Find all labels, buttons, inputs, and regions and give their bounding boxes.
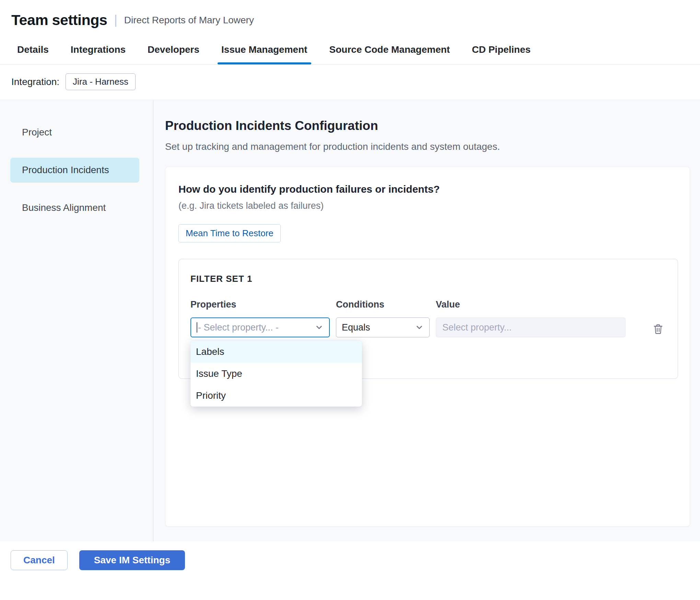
properties-column: Properties - Select property... - xyxy=(190,299,330,337)
properties-column-header: Properties xyxy=(190,299,330,310)
save-im-settings-button[interactable]: Save IM Settings xyxy=(79,550,185,570)
dropdown-option-priority[interactable]: Priority xyxy=(190,385,362,407)
incidents-config-card: How do you identify production failures … xyxy=(165,167,690,527)
tab-bar: Details Integrations Developers Issue Ma… xyxy=(0,39,700,64)
text-cursor xyxy=(197,322,197,333)
value-column-header: Value xyxy=(436,299,626,310)
dropdown-option-labels[interactable]: Labels xyxy=(190,341,362,363)
config-question: How do you identify production failures … xyxy=(178,183,677,195)
value-column: Value xyxy=(436,299,626,337)
footer-actions: Cancel Save IM Settings xyxy=(0,541,700,570)
filter-set-box: FILTER SET 1 Properties - Select propert… xyxy=(178,259,678,379)
tab-developers[interactable]: Developers xyxy=(146,39,201,64)
team-name-subtitle: Direct Reports of Mary Lowery xyxy=(124,15,254,26)
filter-set-title: FILTER SET 1 xyxy=(190,274,666,284)
tab-source-code-management[interactable]: Source Code Management xyxy=(328,39,452,64)
page-header: Team settings | Direct Reports of Mary L… xyxy=(0,0,700,28)
dropdown-option-issue-type[interactable]: Issue Type xyxy=(190,363,362,385)
title-separator: | xyxy=(114,13,117,28)
section-subtitle: Set up tracking and management for produ… xyxy=(165,141,690,152)
tab-cd-pipelines[interactable]: CD Pipelines xyxy=(470,39,532,64)
property-select-wrap: - Select property... - Labels Issue Type… xyxy=(190,317,330,337)
sidebar-item-project[interactable]: Project xyxy=(10,120,139,145)
integration-row: Integration: Jira - Harness xyxy=(0,64,700,100)
condition-select[interactable]: Equals xyxy=(336,317,430,337)
sidebar-item-production-incidents[interactable]: Production Incidents xyxy=(10,158,139,182)
tab-details[interactable]: Details xyxy=(15,39,50,64)
config-hint: (e.g. Jira tickets labeled as failures) xyxy=(178,201,677,211)
content-area: Project Production Incidents Business Al… xyxy=(0,100,700,541)
conditions-column: Conditions Equals xyxy=(336,299,430,337)
integration-label: Integration: xyxy=(11,76,59,87)
trash-icon xyxy=(652,323,664,335)
settings-sidebar: Project Production Incidents Business Al… xyxy=(0,100,153,541)
property-select-value: - Select property... - xyxy=(198,322,315,333)
property-select[interactable]: - Select property... - xyxy=(190,317,330,337)
integration-chip[interactable]: Jira - Harness xyxy=(66,73,136,90)
mean-time-to-restore-chip[interactable]: Mean Time to Restore xyxy=(178,224,281,242)
chevron-down-icon xyxy=(315,323,324,332)
section-title: Production Incidents Configuration xyxy=(165,119,690,133)
tab-issue-management[interactable]: Issue Management xyxy=(220,39,309,64)
tab-integrations[interactable]: Integrations xyxy=(69,39,127,64)
property-dropdown: Labels Issue Type Priority xyxy=(190,341,362,407)
filter-grid: Properties - Select property... - xyxy=(190,299,666,337)
cancel-button[interactable]: Cancel xyxy=(11,550,68,570)
condition-select-value: Equals xyxy=(342,322,415,333)
conditions-column-header: Conditions xyxy=(336,299,430,310)
chevron-down-icon xyxy=(415,323,424,332)
page-title: Team settings xyxy=(11,12,107,28)
sidebar-item-business-alignment[interactable]: Business Alignment xyxy=(10,195,139,220)
delete-filter-button[interactable] xyxy=(650,321,666,337)
main-panel: Production Incidents Configuration Set u… xyxy=(153,100,700,541)
value-input[interactable] xyxy=(436,317,626,337)
